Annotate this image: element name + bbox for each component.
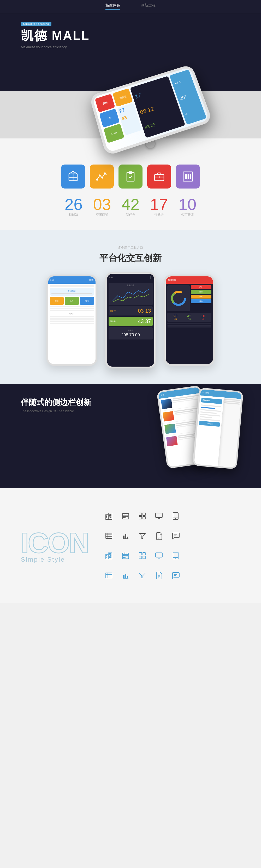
icon-calendar-light bbox=[121, 551, 130, 560]
icon-filter-dark bbox=[138, 531, 147, 540]
svg-rect-54 bbox=[106, 533, 112, 538]
grid-icon-light bbox=[138, 552, 146, 560]
svg-point-53 bbox=[175, 518, 176, 519]
sidebar-phone-front: ≡ 新闻 凯德MALL bbox=[192, 388, 243, 469]
icon-document-dark bbox=[154, 531, 164, 540]
icons-row-light-2 bbox=[104, 571, 180, 580]
svg-rect-78 bbox=[106, 557, 107, 558]
icon-section: ICON Simple Style bbox=[0, 488, 261, 603]
svg-rect-28 bbox=[109, 516, 110, 516]
svg-rect-106 bbox=[125, 574, 126, 578]
filter-icon-dark bbox=[138, 532, 146, 540]
sidebar-section: 伴随式的侧边栏创新 The innovative Design Of The S… bbox=[0, 384, 261, 488]
icons-row-dark-1 bbox=[104, 511, 180, 521]
stat-icon-box-4 bbox=[176, 164, 200, 188]
building-icon-dark bbox=[105, 512, 113, 520]
svg-rect-85 bbox=[125, 555, 126, 556]
stat-icon-box-0 bbox=[61, 164, 85, 188]
phones-showcase-row: 9:41 凯德 CM商业 空铺 任务 商铺 近期： bbox=[10, 275, 251, 371]
icon-tablet-dark bbox=[171, 511, 180, 521]
icons-row-dark-2 bbox=[104, 531, 180, 540]
svg-rect-88 bbox=[125, 557, 126, 558]
sidebar-phones: 新闻 bbox=[151, 389, 240, 467]
svg-rect-62 bbox=[127, 536, 128, 539]
tablet-icon-dark bbox=[172, 512, 180, 520]
icon-filter-light bbox=[138, 571, 147, 580]
document-icon-light bbox=[155, 571, 163, 579]
briefcase-icon bbox=[153, 170, 166, 183]
stat-item-0: 26 待解决 bbox=[65, 196, 83, 217]
nav-item-process[interactable]: 创新过程 bbox=[141, 3, 155, 10]
icon-screen-dark bbox=[154, 511, 164, 521]
stats-numbers-row: 26 待解决 03 空闲商铺 42 新任务 17 待解决 10 欠租商铺 bbox=[65, 196, 197, 217]
platform-phone-3: 商铺管理 已租 空铺 装修 其他 bbox=[164, 275, 215, 366]
icon-barchart-light bbox=[121, 571, 130, 580]
icons-row-light-1 bbox=[104, 551, 180, 560]
svg-rect-26 bbox=[109, 514, 110, 515]
svg-rect-99 bbox=[106, 573, 112, 578]
platform-tag: 多个应用工具入口 bbox=[10, 246, 251, 250]
icon-document-light bbox=[154, 571, 164, 580]
screen-icon-dark bbox=[155, 512, 163, 520]
building-icon-light bbox=[105, 552, 113, 560]
icon-section-title: ICON bbox=[21, 529, 88, 557]
svg-rect-73 bbox=[109, 555, 110, 556]
icon-barchart-dark bbox=[121, 531, 130, 540]
platform-phone-1: 9:41 凯德 CM商业 空铺 任务 商铺 近期： bbox=[47, 275, 97, 366]
platform-section: 多个应用工具入口 平台化交互创新 9:41 凯德 CM商业 空铺 任务 商铺 bbox=[0, 230, 261, 384]
chart-line-icon bbox=[95, 170, 108, 183]
icon-section-text: ICON Simple Style bbox=[21, 529, 88, 563]
icon-building-dark bbox=[104, 511, 114, 521]
svg-rect-45 bbox=[143, 513, 145, 516]
svg-point-3 bbox=[96, 179, 98, 180]
chat-icon-dark bbox=[172, 532, 180, 540]
hero-phone: 麦购 Lite iTrack CM商业 27 43 17 08 12 43 25 bbox=[95, 77, 205, 149]
svg-rect-32 bbox=[106, 516, 107, 517]
svg-rect-107 bbox=[127, 576, 128, 578]
hero-subtitle: Maximize your office efficiency bbox=[21, 45, 240, 49]
svg-rect-84 bbox=[123, 555, 124, 556]
svg-rect-72 bbox=[110, 554, 111, 554]
tablet-icon-light bbox=[172, 552, 180, 560]
svg-rect-90 bbox=[143, 553, 145, 555]
svg-rect-23 bbox=[106, 515, 108, 519]
svg-point-6 bbox=[105, 173, 106, 174]
svg-rect-30 bbox=[109, 517, 110, 518]
hero-section: Singapore + ShangHai 凯德 MALL Maximize yo… bbox=[0, 13, 261, 138]
svg-rect-43 bbox=[125, 517, 126, 518]
table-icon-dark bbox=[105, 532, 113, 540]
stat-icon-box-1 bbox=[90, 164, 114, 188]
chat-icon-light bbox=[172, 571, 180, 579]
icon-tablet-light bbox=[171, 551, 180, 560]
svg-rect-47 bbox=[143, 517, 145, 519]
calendar-icon-dark bbox=[122, 512, 129, 520]
platform-title: 平台化交互创新 bbox=[10, 252, 251, 264]
nav-item-experience[interactable]: 极致体验 bbox=[106, 3, 120, 10]
barchart-icon-dark bbox=[122, 532, 129, 540]
svg-point-98 bbox=[175, 558, 176, 559]
calendar-icon-light bbox=[122, 552, 129, 560]
stat-item-2: 42 新任务 bbox=[122, 196, 140, 217]
svg-rect-93 bbox=[155, 553, 162, 557]
svg-rect-87 bbox=[123, 557, 124, 558]
table-icon-light bbox=[105, 571, 113, 579]
hero-title: 凯德 MALL bbox=[21, 27, 240, 44]
svg-rect-105 bbox=[123, 575, 124, 578]
svg-rect-61 bbox=[125, 534, 126, 539]
nav-bar: 极致体验 创新过程 bbox=[0, 0, 261, 13]
svg-rect-40 bbox=[125, 516, 126, 517]
grid-icon-dark bbox=[138, 512, 146, 520]
stat-item-4: 10 欠租商铺 bbox=[178, 196, 196, 217]
stat-icon-box-2 bbox=[118, 164, 143, 188]
clipboard-icon bbox=[124, 170, 137, 183]
icon-table-light bbox=[104, 571, 114, 580]
svg-rect-41 bbox=[126, 516, 127, 517]
svg-point-4 bbox=[99, 175, 100, 176]
stat-item-1: 03 空闲商铺 bbox=[93, 196, 111, 217]
svg-rect-48 bbox=[155, 513, 162, 518]
svg-rect-86 bbox=[126, 555, 127, 556]
box-icon bbox=[67, 170, 79, 183]
icon-table-dark bbox=[104, 531, 114, 540]
filter-icon-light bbox=[138, 571, 146, 579]
hero-badge: Singapore + ShangHai bbox=[21, 22, 51, 26]
